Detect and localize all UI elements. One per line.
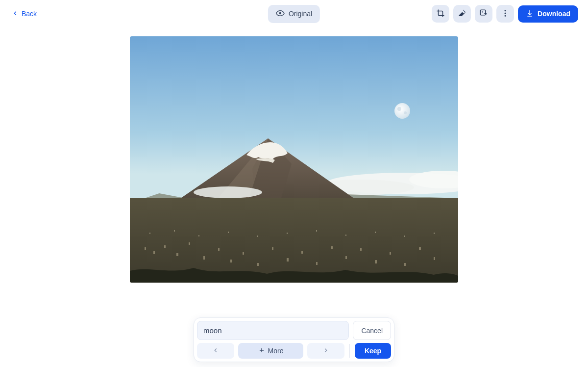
svg-rect-22 xyxy=(230,260,232,262)
svg-rect-38 xyxy=(174,230,175,232)
svg-rect-16 xyxy=(153,251,155,254)
svg-point-8 xyxy=(397,107,401,111)
more-options-button[interactable] xyxy=(496,5,514,23)
svg-rect-43 xyxy=(316,230,317,232)
svg-rect-0 xyxy=(480,10,486,15)
download-button[interactable]: Download xyxy=(518,5,578,23)
svg-rect-15 xyxy=(145,247,146,250)
eraser-icon xyxy=(458,9,466,19)
svg-rect-18 xyxy=(176,253,178,256)
svg-rect-40 xyxy=(228,232,229,233)
eraser-tool-button[interactable] xyxy=(453,5,471,23)
prev-variation-button[interactable] xyxy=(197,343,234,359)
svg-rect-14 xyxy=(130,198,458,283)
svg-rect-27 xyxy=(301,251,303,254)
prompt-input[interactable] xyxy=(197,321,349,340)
divider xyxy=(349,344,350,358)
svg-rect-39 xyxy=(198,235,199,236)
svg-rect-24 xyxy=(257,263,259,266)
svg-rect-23 xyxy=(243,252,244,255)
edited-image xyxy=(130,36,458,283)
prompt-row: Cancel xyxy=(197,321,391,340)
image-edit-icon xyxy=(479,9,488,19)
svg-rect-25 xyxy=(272,247,273,250)
svg-rect-17 xyxy=(164,245,166,248)
svg-rect-33 xyxy=(390,252,391,255)
svg-point-5 xyxy=(279,12,282,14)
prompt-panel: Cancel More Keep xyxy=(194,317,394,362)
plus-icon xyxy=(258,347,265,355)
cancel-button[interactable]: Cancel xyxy=(353,321,391,340)
svg-rect-41 xyxy=(257,236,258,237)
svg-rect-36 xyxy=(434,257,435,260)
svg-point-1 xyxy=(482,11,483,12)
download-label: Download xyxy=(538,10,570,18)
center-toolbar-slot: Original xyxy=(268,3,320,25)
svg-rect-37 xyxy=(149,233,150,234)
right-tool-group: Download xyxy=(432,5,578,23)
next-variation-button[interactable] xyxy=(307,343,344,359)
svg-point-4 xyxy=(505,15,506,16)
svg-rect-20 xyxy=(203,256,205,260)
chevron-left-icon xyxy=(12,10,19,18)
view-original-button[interactable]: Original xyxy=(268,5,320,23)
back-button[interactable]: Back xyxy=(10,7,39,21)
keep-button[interactable]: Keep xyxy=(355,343,391,359)
svg-rect-19 xyxy=(189,242,190,245)
svg-rect-26 xyxy=(287,258,289,262)
svg-rect-47 xyxy=(434,233,435,234)
crop-tool-button[interactable] xyxy=(432,5,449,23)
svg-point-3 xyxy=(505,12,506,14)
svg-rect-32 xyxy=(375,260,377,263)
more-label: More xyxy=(268,347,284,355)
chevron-left-icon xyxy=(212,347,219,355)
svg-rect-21 xyxy=(218,248,220,251)
eye-icon xyxy=(276,9,285,19)
svg-point-7 xyxy=(394,103,410,119)
svg-rect-28 xyxy=(316,262,318,265)
svg-point-9 xyxy=(404,111,407,114)
crop-icon xyxy=(436,9,445,19)
image-canvas[interactable] xyxy=(130,36,458,283)
keep-label: Keep xyxy=(365,347,381,355)
svg-rect-30 xyxy=(345,256,347,259)
download-icon xyxy=(526,9,534,19)
actions-row: More Keep xyxy=(197,343,391,359)
back-label: Back xyxy=(22,10,37,18)
svg-rect-42 xyxy=(287,233,288,234)
more-vertical-icon xyxy=(501,9,510,19)
svg-rect-34 xyxy=(404,263,406,266)
svg-point-13 xyxy=(194,186,262,198)
generate-more-button[interactable]: More xyxy=(238,343,303,359)
cancel-label: Cancel xyxy=(361,327,383,335)
image-edit-tool-button[interactable] xyxy=(475,5,492,23)
svg-rect-44 xyxy=(345,235,346,236)
svg-rect-45 xyxy=(375,232,376,233)
chevron-right-icon xyxy=(322,347,329,355)
original-label: Original xyxy=(289,10,312,18)
svg-rect-46 xyxy=(404,236,405,237)
svg-point-2 xyxy=(505,10,506,11)
svg-rect-29 xyxy=(331,246,333,249)
svg-rect-31 xyxy=(360,248,362,251)
svg-rect-35 xyxy=(419,247,421,250)
